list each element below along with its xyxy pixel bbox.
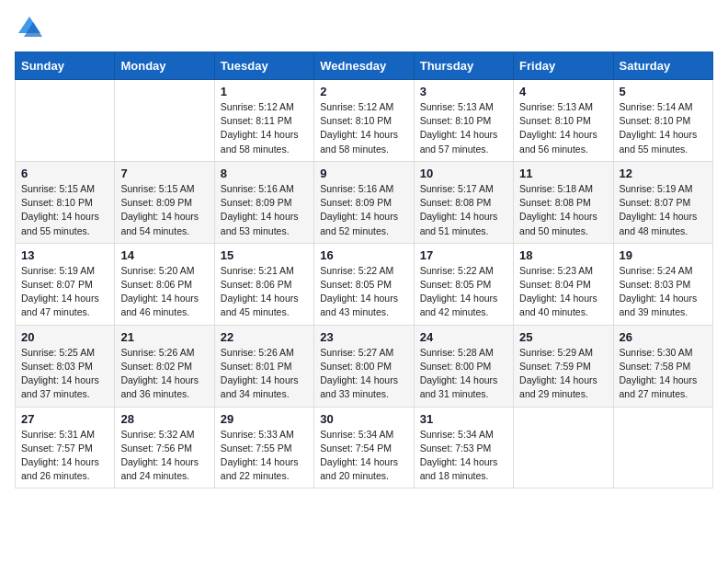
calendar-cell: 17Sunrise: 5:22 AM Sunset: 8:05 PM Dayli…	[414, 243, 513, 325]
day-number: 19	[620, 248, 707, 262]
weekday-header-saturday: Saturday	[613, 52, 712, 80]
day-info: Sunrise: 5:34 AM Sunset: 7:54 PM Dayligh…	[320, 428, 407, 484]
day-info: Sunrise: 5:25 AM Sunset: 8:03 PM Dayligh…	[21, 346, 108, 402]
calendar-cell: 10Sunrise: 5:17 AM Sunset: 8:08 PM Dayli…	[414, 161, 513, 243]
calendar-cell	[514, 407, 613, 488]
day-number: 6	[21, 167, 108, 180]
calendar-cell: 4Sunrise: 5:13 AM Sunset: 8:10 PM Daylig…	[514, 80, 613, 162]
day-info: Sunrise: 5:13 AM Sunset: 8:10 PM Dayligh…	[420, 100, 507, 156]
weekday-header-tuesday: Tuesday	[214, 52, 313, 80]
weekday-header-thursday: Thursday	[414, 52, 513, 80]
day-number: 28	[120, 412, 208, 426]
day-info: Sunrise: 5:34 AM Sunset: 7:53 PM Dayligh…	[420, 428, 507, 484]
day-number: 3	[420, 85, 507, 98]
calendar-cell: 1Sunrise: 5:12 AM Sunset: 8:11 PM Daylig…	[214, 80, 313, 162]
weekday-header-friday: Friday	[514, 52, 613, 80]
calendar-cell: 13Sunrise: 5:19 AM Sunset: 8:07 PM Dayli…	[16, 243, 115, 325]
calendar-cell	[16, 80, 115, 162]
calendar-cell: 3Sunrise: 5:13 AM Sunset: 8:10 PM Daylig…	[414, 80, 513, 162]
day-info: Sunrise: 5:12 AM Sunset: 8:10 PM Dayligh…	[320, 100, 407, 156]
day-number: 26	[620, 330, 707, 344]
day-info: Sunrise: 5:16 AM Sunset: 8:09 PM Dayligh…	[221, 182, 308, 238]
day-number: 9	[320, 167, 407, 180]
week-row-2: 6Sunrise: 5:15 AM Sunset: 8:10 PM Daylig…	[16, 161, 713, 243]
calendar-table: SundayMondayTuesdayWednesdayThursdayFrid…	[15, 52, 713, 488]
calendar-cell: 9Sunrise: 5:16 AM Sunset: 8:09 PM Daylig…	[314, 161, 414, 243]
day-number: 1	[221, 85, 308, 98]
day-info: Sunrise: 5:15 AM Sunset: 8:10 PM Dayligh…	[21, 182, 108, 238]
day-number: 16	[320, 248, 407, 262]
weekday-header-row: SundayMondayTuesdayWednesdayThursdayFrid…	[16, 52, 713, 80]
calendar-cell: 6Sunrise: 5:15 AM Sunset: 8:10 PM Daylig…	[16, 161, 115, 243]
day-number: 5	[620, 85, 707, 98]
day-info: Sunrise: 5:19 AM Sunset: 8:07 PM Dayligh…	[21, 264, 108, 320]
day-number: 27	[21, 412, 108, 426]
calendar-cell: 7Sunrise: 5:15 AM Sunset: 8:09 PM Daylig…	[115, 161, 214, 243]
calendar-cell: 22Sunrise: 5:26 AM Sunset: 8:01 PM Dayli…	[214, 325, 313, 407]
day-info: Sunrise: 5:26 AM Sunset: 8:02 PM Dayligh…	[120, 346, 208, 402]
calendar-cell	[115, 80, 214, 162]
day-number: 29	[221, 412, 308, 426]
calendar-cell: 26Sunrise: 5:30 AM Sunset: 7:58 PM Dayli…	[613, 325, 712, 407]
week-row-4: 20Sunrise: 5:25 AM Sunset: 8:03 PM Dayli…	[16, 325, 713, 407]
calendar-cell	[613, 407, 712, 488]
day-info: Sunrise: 5:32 AM Sunset: 7:56 PM Dayligh…	[120, 428, 208, 484]
logo-icon	[17, 15, 42, 40]
day-number: 12	[620, 167, 707, 180]
day-info: Sunrise: 5:20 AM Sunset: 8:06 PM Dayligh…	[120, 264, 208, 320]
day-info: Sunrise: 5:33 AM Sunset: 7:55 PM Dayligh…	[221, 428, 308, 484]
week-row-5: 27Sunrise: 5:31 AM Sunset: 7:57 PM Dayli…	[16, 407, 713, 488]
calendar-cell: 18Sunrise: 5:23 AM Sunset: 8:04 PM Dayli…	[514, 243, 613, 325]
calendar-cell: 28Sunrise: 5:32 AM Sunset: 7:56 PM Dayli…	[115, 407, 214, 488]
calendar-cell: 19Sunrise: 5:24 AM Sunset: 8:03 PM Dayli…	[613, 243, 712, 325]
day-info: Sunrise: 5:16 AM Sunset: 8:09 PM Dayligh…	[320, 182, 407, 238]
day-info: Sunrise: 5:28 AM Sunset: 8:00 PM Dayligh…	[420, 346, 507, 402]
calendar-cell: 11Sunrise: 5:18 AM Sunset: 8:08 PM Dayli…	[514, 161, 613, 243]
day-info: Sunrise: 5:19 AM Sunset: 8:07 PM Dayligh…	[620, 182, 707, 238]
day-number: 23	[320, 330, 407, 344]
day-number: 17	[420, 248, 507, 262]
calendar-cell: 24Sunrise: 5:28 AM Sunset: 8:00 PM Dayli…	[414, 325, 513, 407]
logo	[15, 15, 42, 40]
day-info: Sunrise: 5:15 AM Sunset: 8:09 PM Dayligh…	[120, 182, 208, 238]
week-row-1: 1Sunrise: 5:12 AM Sunset: 8:11 PM Daylig…	[16, 80, 713, 162]
day-info: Sunrise: 5:23 AM Sunset: 8:04 PM Dayligh…	[519, 264, 607, 320]
day-info: Sunrise: 5:22 AM Sunset: 8:05 PM Dayligh…	[420, 264, 507, 320]
weekday-header-sunday: Sunday	[16, 52, 115, 80]
day-number: 30	[320, 412, 407, 426]
day-number: 20	[21, 330, 108, 344]
weekday-header-wednesday: Wednesday	[314, 52, 414, 80]
calendar-cell: 20Sunrise: 5:25 AM Sunset: 8:03 PM Dayli…	[16, 325, 115, 407]
calendar-cell: 27Sunrise: 5:31 AM Sunset: 7:57 PM Dayli…	[16, 407, 115, 488]
day-info: Sunrise: 5:29 AM Sunset: 7:59 PM Dayligh…	[519, 346, 607, 402]
calendar-cell: 30Sunrise: 5:34 AM Sunset: 7:54 PM Dayli…	[314, 407, 414, 488]
day-info: Sunrise: 5:21 AM Sunset: 8:06 PM Dayligh…	[221, 264, 308, 320]
day-number: 31	[420, 412, 507, 426]
calendar-cell: 23Sunrise: 5:27 AM Sunset: 8:00 PM Dayli…	[314, 325, 414, 407]
day-number: 15	[221, 248, 308, 262]
day-number: 4	[519, 85, 607, 98]
calendar-cell: 5Sunrise: 5:14 AM Sunset: 8:10 PM Daylig…	[613, 80, 712, 162]
calendar-cell: 29Sunrise: 5:33 AM Sunset: 7:55 PM Dayli…	[214, 407, 313, 488]
calendar-cell: 2Sunrise: 5:12 AM Sunset: 8:10 PM Daylig…	[314, 80, 414, 162]
day-info: Sunrise: 5:31 AM Sunset: 7:57 PM Dayligh…	[21, 428, 108, 484]
day-number: 13	[21, 248, 108, 262]
calendar-cell: 31Sunrise: 5:34 AM Sunset: 7:53 PM Dayli…	[414, 407, 513, 488]
page-header	[15, 15, 713, 40]
day-number: 14	[120, 248, 208, 262]
calendar-cell: 21Sunrise: 5:26 AM Sunset: 8:02 PM Dayli…	[115, 325, 214, 407]
day-info: Sunrise: 5:27 AM Sunset: 8:00 PM Dayligh…	[320, 346, 407, 402]
weekday-header-monday: Monday	[115, 52, 214, 80]
day-number: 22	[221, 330, 308, 344]
day-info: Sunrise: 5:14 AM Sunset: 8:10 PM Dayligh…	[620, 100, 707, 156]
day-number: 18	[519, 248, 607, 262]
day-number: 7	[120, 167, 208, 180]
day-info: Sunrise: 5:22 AM Sunset: 8:05 PM Dayligh…	[320, 264, 407, 320]
day-number: 8	[221, 167, 308, 180]
calendar-cell: 14Sunrise: 5:20 AM Sunset: 8:06 PM Dayli…	[115, 243, 214, 325]
day-info: Sunrise: 5:18 AM Sunset: 8:08 PM Dayligh…	[519, 182, 607, 238]
day-info: Sunrise: 5:12 AM Sunset: 8:11 PM Dayligh…	[221, 100, 308, 156]
day-number: 11	[519, 167, 607, 180]
day-number: 21	[120, 330, 208, 344]
day-number: 2	[320, 85, 407, 98]
